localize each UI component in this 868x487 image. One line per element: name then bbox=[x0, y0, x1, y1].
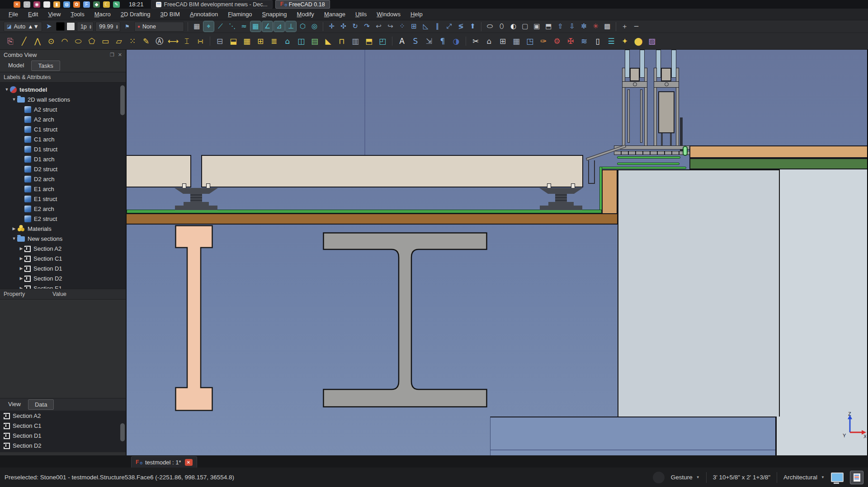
face-color-swatch[interactable] bbox=[66, 22, 75, 31]
toolbar-icon[interactable]: ∥ bbox=[432, 21, 443, 32]
nav-style-dropdown[interactable]: Gesture ▼ bbox=[671, 474, 700, 481]
toolbar-icon[interactable]: ⇧ bbox=[555, 21, 566, 32]
toolbar-icon[interactable]: ▨ bbox=[646, 35, 658, 47]
toolbar-icon[interactable]: ≈ bbox=[239, 21, 249, 32]
tree-item-section-d1[interactable]: ▶Section D1 bbox=[0, 263, 126, 273]
document-tab[interactable]: F testmodel : 1* ✕ bbox=[131, 456, 197, 468]
menu-flamingo[interactable]: Flamingo bbox=[223, 9, 257, 19]
toolbar-icon[interactable]: S bbox=[410, 35, 421, 47]
toolbar-icon[interactable]: ⌂ bbox=[282, 35, 293, 47]
tree-item-section-d2[interactable]: ▶Section D2 bbox=[0, 273, 126, 283]
expander-icon[interactable]: ▶ bbox=[18, 256, 24, 261]
toolbar-icon[interactable]: ⊓ bbox=[336, 35, 348, 47]
tab-data[interactable]: Data bbox=[28, 399, 54, 410]
expander-icon[interactable]: ▶ bbox=[18, 246, 24, 251]
expander-icon[interactable]: ▶ bbox=[18, 276, 24, 281]
toolbar-icon[interactable]: ⊞ bbox=[255, 35, 266, 47]
toolbar-icon[interactable]: ⟷ bbox=[167, 35, 179, 47]
toolbar-icon[interactable]: ▦ bbox=[241, 35, 253, 47]
toolbar-icon[interactable]: ◰ bbox=[377, 35, 388, 47]
tree-item-e2-struct[interactable]: E2 struct bbox=[0, 214, 126, 224]
tree-item-section-a2[interactable]: ▶Section A2 bbox=[0, 244, 126, 253]
toolbar-icon[interactable]: ⌂ bbox=[483, 35, 495, 47]
toolbar-icon[interactable]: ▦ bbox=[250, 21, 261, 32]
toolbar-icon[interactable]: ▦ bbox=[510, 35, 522, 47]
taskbar-app-icon[interactable]: ◆ bbox=[93, 1, 100, 8]
menu-macro[interactable]: Macro bbox=[90, 9, 116, 19]
toolbar-icon[interactable]: ↷ bbox=[362, 21, 372, 32]
toolbar-icon[interactable]: A bbox=[396, 35, 408, 47]
toolbar-icon[interactable]: ⁘ bbox=[397, 21, 407, 32]
tree-item-section-c1[interactable]: ▶Section C1 bbox=[0, 253, 126, 263]
tree-item-e1-struct[interactable]: E1 struct bbox=[0, 194, 126, 204]
toolbar-icon[interactable]: ⤢ bbox=[444, 21, 454, 32]
timber-joist-section[interactable] bbox=[175, 225, 213, 411]
mullion-cap[interactable] bbox=[661, 68, 671, 81]
menu-file[interactable]: File bbox=[4, 9, 23, 19]
tree-item-new-sections[interactable]: ▼New sections bbox=[0, 234, 126, 244]
taskbar-app-icon[interactable]: ▢ bbox=[43, 1, 50, 8]
paving-slab[interactable] bbox=[127, 155, 191, 187]
toolbar-icon[interactable]: ⇲ bbox=[423, 35, 435, 47]
toolbar-icon[interactable]: ↻ bbox=[350, 21, 360, 32]
tree-item-a2-struct[interactable]: A2 struct bbox=[0, 104, 126, 114]
toolbar-icon[interactable]: ∠ bbox=[262, 21, 273, 32]
expander-icon[interactable]: ▼ bbox=[11, 97, 17, 102]
toolbar-icon[interactable]: ⊿ bbox=[274, 21, 284, 32]
tree-item-d2-arch[interactable]: D2 arch bbox=[0, 174, 126, 184]
tab-view[interactable]: View bbox=[2, 399, 27, 410]
toolbar-icon[interactable]: ⌖ bbox=[203, 21, 214, 32]
autogroup-combo[interactable]: ● None bbox=[134, 22, 184, 32]
sill-profile[interactable] bbox=[614, 151, 690, 155]
workingplane-combo[interactable]: ◪ Auto ▲▼ bbox=[4, 22, 42, 32]
toolbar-icon[interactable]: ▤ bbox=[309, 35, 321, 47]
window-button-freecad[interactable]: F FreeCAD 0.18 bbox=[275, 0, 330, 9]
mullion-cap[interactable] bbox=[630, 68, 640, 81]
pedestal-base[interactable] bbox=[540, 206, 582, 210]
toolbar-icon[interactable]: ⎘ bbox=[5, 35, 16, 47]
toolbar-icon[interactable]: ╱ bbox=[18, 35, 30, 47]
taskbar-app-icon[interactable]: ✿ bbox=[73, 1, 80, 8]
toolbar-icon[interactable]: ◳ bbox=[524, 35, 536, 47]
sketch-mode-icon[interactable] bbox=[850, 471, 863, 484]
window-button-browser[interactable]: FreeCAD BIM development news - Dec... bbox=[151, 0, 273, 9]
taskbar-app-icon[interactable]: ◉ bbox=[33, 1, 40, 8]
tree-item-a2-arch[interactable]: A2 arch bbox=[0, 114, 126, 124]
tree-item-d2-struct[interactable]: D2 struct bbox=[0, 164, 126, 174]
toolbar-icon[interactable]: ⚙ bbox=[551, 35, 563, 47]
expander-icon[interactable]: ▼ bbox=[11, 236, 17, 241]
expander-icon[interactable]: ▶ bbox=[18, 266, 24, 271]
toolbar-icon[interactable]: ⇩ bbox=[567, 21, 577, 32]
toolbar-icon[interactable]: ⊞ bbox=[497, 35, 509, 47]
tree-item-c1-struct[interactable]: C1 struct bbox=[0, 124, 126, 134]
toolbar-icon[interactable]: ⟋ bbox=[215, 21, 226, 32]
toolbar-icon[interactable]: ✂ bbox=[470, 35, 481, 47]
toolbar-icon[interactable]: ▦ bbox=[192, 21, 202, 32]
tree-item-2d-wall-sections[interactable]: ▼2D wall sections bbox=[0, 94, 126, 104]
mullion-frame[interactable] bbox=[676, 68, 679, 149]
menu-windows[interactable]: Windows bbox=[372, 9, 406, 19]
close-panel-icon[interactable]: ✕ bbox=[118, 52, 122, 58]
toolbar-icon[interactable]: ✛ bbox=[326, 21, 337, 32]
tree-item-d1-arch[interactable]: D1 arch bbox=[0, 154, 126, 164]
toolbar-icon[interactable]: ≋ bbox=[578, 35, 590, 47]
3d-viewport[interactable]: Z Y X bbox=[127, 50, 867, 455]
insulation-band[interactable] bbox=[689, 158, 867, 169]
toolbar-icon[interactable]: ⊥ bbox=[286, 21, 296, 32]
toolbar-icon[interactable]: ⬭ bbox=[485, 21, 495, 32]
toolbar-icon[interactable]: Ⓐ bbox=[154, 35, 165, 47]
toolbar-icon[interactable]: ✼ bbox=[579, 21, 589, 32]
toolbar-icon[interactable]: ▢ bbox=[520, 21, 530, 32]
toolbar-icon[interactable]: ▱ bbox=[113, 35, 125, 47]
expander-icon[interactable]: ▶ bbox=[11, 226, 17, 231]
curb-block[interactable] bbox=[602, 169, 618, 214]
fontsize-spinner[interactable]: 99.99 ▲▼ bbox=[95, 22, 120, 32]
toolbar-icon[interactable]: ▣ bbox=[532, 21, 542, 32]
toolbar-icon[interactable]: ◺ bbox=[420, 21, 431, 32]
mullion-frame[interactable] bbox=[644, 68, 647, 149]
substrate-band[interactable] bbox=[127, 213, 618, 225]
toolbar-icon[interactable]: ✠ bbox=[565, 35, 576, 47]
line-color-swatch[interactable] bbox=[56, 22, 65, 31]
toolbar-icon[interactable]: ✦ bbox=[619, 35, 631, 47]
sill-stone-band[interactable] bbox=[689, 145, 867, 158]
